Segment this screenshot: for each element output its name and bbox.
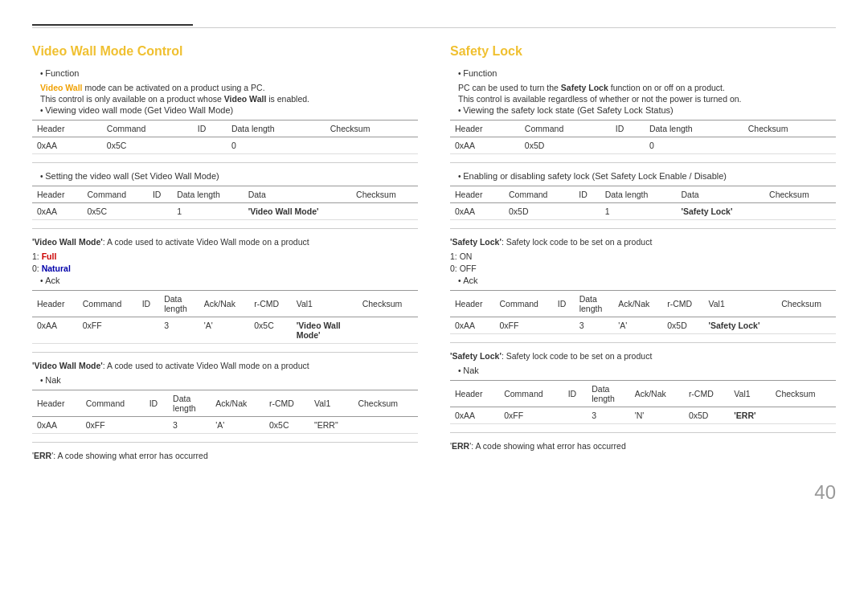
function-line2-right: This control is available regardless of … (458, 94, 836, 104)
ack-th-datalength: Datalength (159, 291, 199, 317)
get-td-id (193, 137, 227, 154)
ack-rtd-command: 0xFF (495, 317, 553, 334)
table-row: 0xAA 0x5D 0 (450, 137, 836, 154)
function-bullet-right: Function (450, 68, 836, 78)
set-td-checksum (351, 203, 418, 220)
set-th-id: ID (148, 186, 172, 203)
nak-th-header: Header (32, 390, 81, 417)
function-highlight2: Video Wall (224, 94, 267, 104)
set-th-checksum: Checksum (351, 186, 418, 203)
set-rtd-datalength: 1 (600, 203, 677, 220)
ack-bullet-right: Ack (450, 276, 836, 285)
table-row: 0xAA 0x5C 0 (32, 137, 418, 154)
ack-rth-checksum: Checksum (776, 291, 836, 317)
table-row: 0xAA 0xFF 3 'A' 0x5C "ERR" (32, 417, 418, 434)
get-table-left: Header Command ID Data length Checksum 0… (32, 120, 418, 154)
set-td-data: 'Video Wall Mode' (244, 203, 351, 220)
get-rth-datalength: Data length (645, 121, 743, 137)
function-line2-pre: This control is only available on a prod… (40, 94, 224, 104)
nak-td-checksum (353, 417, 418, 434)
divider1-left (32, 162, 418, 163)
divider1-right (450, 162, 836, 163)
nak-td-header: 0xAA (32, 417, 81, 434)
ack-th-val1: Val1 (292, 291, 358, 317)
err-note-left: 'ERR': A code showing what error has occ… (32, 451, 418, 460)
nak-rtd-rcmd: 0x5D (684, 407, 729, 424)
table-row: 0xAA 0x5C 1 'Video Wall Mode' (32, 203, 418, 220)
ack-th-header: Header (32, 291, 78, 317)
num1-left: 1: Full (32, 251, 418, 261)
nak-rth-val1: Val1 (729, 381, 771, 407)
ack-th-id: ID (137, 291, 160, 317)
function-line1-post-right: function on or off on a product. (611, 83, 725, 92)
err-note-right: 'ERR': A code showing what error has occ… (450, 441, 836, 451)
ack-rtd-val1: 'Safety Lock' (704, 317, 777, 334)
function-label-right: Function (463, 68, 497, 78)
ack-rtd-id (553, 317, 575, 334)
get-rth-id: ID (611, 121, 645, 137)
table-row: 0xAA 0xFF 3 'A' 0x5D 'Safety Lock' (450, 317, 836, 334)
set-rth-data: Data (676, 186, 764, 203)
set-rth-datalength: Data length (600, 186, 677, 203)
divider4-right (450, 432, 836, 433)
table-row: 0xAA 0xFF 3 'A' 0x5C 'Video WallMode' (32, 317, 418, 344)
nak-rtd-command: 0xFF (499, 407, 563, 424)
nak-table-right: Header Command ID Datalength Ack/Nak r-C… (450, 380, 836, 424)
nak-rth-checksum: Checksum (771, 381, 836, 407)
ack-bullet-left: Ack (32, 276, 418, 285)
ack-rth-acknak: Ack/Nak (613, 291, 662, 317)
right-section-title: Safety Lock (450, 44, 836, 59)
divider2-left (32, 228, 418, 229)
nak-table-left: Header Command ID Datalength Ack/Nak r-C… (32, 390, 418, 434)
function-line2-post: is enabled. (268, 94, 309, 104)
divider2-right (450, 228, 836, 229)
set-table1-right: Header Command ID Data length Data Check… (450, 186, 836, 220)
ack-td-acknak: 'A' (199, 317, 249, 344)
nak-rth-rcmd: r-CMD (684, 381, 729, 407)
ack-table-right: Header Command ID Datalength Ack/Nak r-C… (450, 290, 836, 334)
set-th-data: Data (244, 186, 351, 203)
nak-th-command: Command (81, 390, 145, 417)
ack-td-header: 0xAA (32, 317, 78, 344)
num0-left: 0: Natural (32, 264, 418, 273)
function-highlight1: Video Wall (40, 83, 83, 92)
ack-rth-id: ID (553, 291, 575, 317)
nak-th-val1: Val1 (309, 390, 353, 417)
set-bullet-right: Enabling or disabling safety lock (Set S… (450, 171, 836, 181)
get-rth-command: Command (520, 121, 611, 137)
ack-td-datalength: 3 (159, 317, 199, 344)
ack-th-rcmd: r-CMD (249, 291, 291, 317)
nak-td-rcmd: 0x5C (264, 417, 309, 434)
ack-td-id (137, 317, 160, 344)
nak-td-command: 0xFF (81, 417, 145, 434)
top-rule (32, 27, 836, 28)
nak-rth-acknak: Ack/Nak (630, 381, 684, 407)
table-row: 0xAA 0xFF 3 'N' 0x5D 'ERR' (450, 407, 836, 424)
function-highlight1-right: Safety Lock (561, 83, 608, 92)
ack-td-command: 0xFF (78, 317, 137, 344)
nak-rtd-header: 0xAA (450, 407, 499, 424)
get-rtd-command: 0x5D (520, 137, 611, 154)
nak-th-rcmd: r-CMD (264, 390, 309, 417)
set-rtd-header: 0xAA (450, 203, 504, 220)
set-rth-checksum: Checksum (764, 186, 836, 203)
ack-rth-rcmd: r-CMD (662, 291, 703, 317)
set-rth-header: Header (450, 186, 504, 203)
set-rth-id: ID (574, 186, 600, 203)
get-td-checksum (326, 137, 418, 154)
nak-td-datalength: 3 (168, 417, 211, 434)
sl-note2: 'Safety Lock': Safety lock code to be se… (450, 351, 836, 361)
ack-td-checksum (358, 317, 418, 344)
ack-th-acknak: Ack/Nak (199, 291, 249, 317)
nak-td-acknak: 'A' (211, 417, 264, 434)
get-td-command: 0x5C (102, 137, 193, 154)
function-label: Function (45, 68, 79, 78)
get-rtd-checksum (743, 137, 836, 154)
nak-bullet-left: Nak (32, 375, 418, 385)
nak-bullet-right: Nak (450, 366, 836, 375)
function-line1: Video Wall mode can be activated on a pr… (40, 83, 418, 92)
set-td-command: 0x5C (83, 203, 148, 220)
nak-th-acknak: Ack/Nak (211, 390, 264, 417)
get-rtd-datalength: 0 (645, 137, 743, 154)
get-td-header: 0xAA (32, 137, 102, 154)
